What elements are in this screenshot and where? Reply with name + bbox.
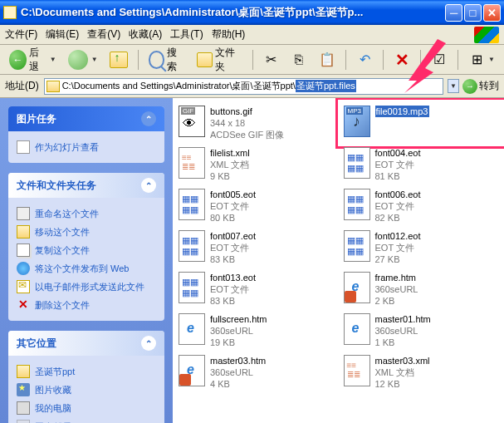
file-item[interactable]: frame.htm360seURL2 KB bbox=[341, 269, 502, 309]
file-item[interactable]: font013.eotEOT 文件83 KB bbox=[176, 269, 336, 309]
sidebar-panel-filetasks: 文件和文件夹任务 ⌃ 重命名这个文件 移动这个文件 复制这个文件 将这个文件发布… bbox=[8, 173, 164, 321]
sidebar-item-pictures[interactable]: 图片收藏 bbox=[17, 381, 156, 399]
menu-edit[interactable]: 编辑(E) bbox=[46, 27, 79, 42]
sidebar-item-copy[interactable]: 复制这个文件 bbox=[17, 241, 156, 259]
file-info: font005.eotEOT 文件80 KB bbox=[210, 189, 256, 224]
panel-header[interactable]: 图片任务 ⌃ bbox=[8, 106, 164, 131]
file-item[interactable]: font006.eotEOT 文件82 KB bbox=[341, 186, 502, 226]
file-info: font006.eotEOT 文件82 KB bbox=[375, 189, 421, 224]
menu-tools[interactable]: 工具(T) bbox=[170, 27, 203, 42]
menu-fav[interactable]: 收藏(A) bbox=[129, 27, 162, 42]
file-meta: 12 KB bbox=[375, 378, 430, 390]
undo-button[interactable]: ↶ bbox=[352, 49, 377, 71]
file-item[interactable]: font005.eotEOT 文件80 KB bbox=[176, 186, 336, 226]
sidebar-item-email[interactable]: 以电子邮件形式发送此文件 bbox=[17, 278, 156, 296]
sidebar-item-publish[interactable]: 将这个文件发布到 Web bbox=[17, 259, 156, 278]
file-item[interactable]: font007.eotEOT 文件83 KB bbox=[176, 228, 336, 268]
paste-button[interactable]: 📋 bbox=[315, 49, 340, 71]
sidebar-panel-other: 其它位置 ⌃ 圣诞节ppt 图片收藏 我的电脑 网上邻居 bbox=[8, 331, 164, 423]
sidebar-item-slideshow[interactable]: 作为幻灯片查看 bbox=[17, 138, 156, 156]
properties-icon: ☑ bbox=[431, 52, 448, 68]
file-item[interactable]: fullscreen.htm360seURL19 KB bbox=[176, 311, 336, 351]
file-meta: EOT 文件 bbox=[375, 242, 421, 253]
address-input[interactable]: C:\Documents and Settings\Administrator\… bbox=[44, 78, 443, 95]
scissors-icon: ✂ bbox=[262, 52, 279, 68]
file-meta: 82 KB bbox=[375, 212, 421, 224]
search-button[interactable]: 搜索 bbox=[144, 43, 189, 76]
undo-icon: ↶ bbox=[356, 52, 373, 68]
folders-button[interactable]: 文件夹 bbox=[193, 43, 247, 76]
cut-button[interactable]: ✂ bbox=[258, 49, 283, 71]
panel-header[interactable]: 文件和文件夹任务 ⌃ bbox=[8, 173, 164, 198]
views-button[interactable]: ⊞▼ bbox=[464, 49, 499, 71]
sidebar-item-label: 移动这个文件 bbox=[35, 226, 90, 239]
file-type-icon bbox=[344, 189, 370, 220]
separator bbox=[252, 50, 253, 70]
move-icon bbox=[17, 225, 30, 239]
file-type-icon bbox=[179, 230, 205, 262]
file-type-icon bbox=[179, 355, 205, 386]
copy-icon: ⎘ bbox=[291, 52, 307, 68]
sidebar-item-network[interactable]: 网上邻居 bbox=[17, 417, 156, 423]
file-meta: EOT 文件 bbox=[210, 283, 256, 295]
go-label: 转到 bbox=[479, 79, 499, 93]
file-name: file0019.mp3 bbox=[375, 106, 429, 117]
panel-header[interactable]: 其它位置 ⌃ bbox=[8, 331, 164, 356]
menu-view[interactable]: 查看(V) bbox=[87, 27, 120, 42]
sidebar-item-label: 圣诞节ppt bbox=[35, 366, 75, 378]
file-meta: 360seURL bbox=[375, 325, 431, 337]
file-meta: 1 KB bbox=[375, 337, 431, 348]
close-button[interactable]: ✕ bbox=[483, 4, 501, 22]
chevron-down-icon[interactable]: ▼ bbox=[448, 79, 459, 93]
file-info: fullscreen.htm360seURL19 KB bbox=[210, 313, 267, 348]
file-item[interactable]: font004.eotEOT 文件81 KB bbox=[341, 145, 502, 184]
file-type-icon bbox=[344, 106, 370, 137]
file-meta: 83 KB bbox=[210, 295, 256, 307]
chevron-down-icon: ▼ bbox=[50, 56, 56, 63]
folder-icon bbox=[197, 52, 213, 67]
delete-icon: ✕ bbox=[17, 298, 30, 312]
back-button[interactable]: ← 后退 ▼ bbox=[5, 43, 61, 76]
file-name: font006.eot bbox=[375, 189, 421, 200]
menu-help[interactable]: 帮助(H) bbox=[212, 27, 246, 42]
file-item[interactable]: filelist.xmlXML 文档9 KB bbox=[176, 145, 336, 184]
properties-button[interactable]: ☑ bbox=[427, 49, 452, 71]
file-list[interactable]: buttons.gif344 x 18ACDSee GIF 图像file0019… bbox=[173, 98, 504, 423]
sidebar-item-parent-folder[interactable]: 圣诞节ppt bbox=[17, 362, 156, 381]
separator bbox=[138, 50, 139, 70]
file-item[interactable]: file0019.mp3 bbox=[341, 103, 502, 143]
file-meta: 19 KB bbox=[210, 337, 267, 348]
search-icon bbox=[149, 51, 165, 69]
views-icon: ⊞ bbox=[468, 52, 485, 68]
sidebar-item-delete[interactable]: ✕删除这个文件 bbox=[17, 296, 156, 314]
sidebar-item-rename[interactable]: 重命名这个文件 bbox=[17, 204, 156, 223]
copy-button[interactable]: ⎘ bbox=[286, 49, 311, 71]
sidebar-item-label: 网上邻居 bbox=[35, 421, 71, 424]
sidebar-item-move[interactable]: 移动这个文件 bbox=[17, 223, 156, 241]
file-meta: 360seURL bbox=[375, 283, 418, 295]
minimize-button[interactable]: ─ bbox=[445, 4, 462, 22]
file-type-icon bbox=[179, 147, 205, 179]
file-type-icon bbox=[179, 313, 205, 345]
file-item[interactable]: buttons.gif344 x 18ACDSee GIF 图像 bbox=[176, 103, 336, 143]
file-type-icon bbox=[179, 106, 205, 137]
sidebar-item-computer[interactable]: 我的电脑 bbox=[17, 399, 156, 417]
network-icon bbox=[17, 420, 30, 423]
delete-button[interactable]: ✕ bbox=[389, 49, 414, 71]
maximize-button[interactable]: □ bbox=[464, 4, 482, 22]
file-item[interactable]: master03.htm360seURL4 KB bbox=[176, 352, 336, 392]
titlebar[interactable]: C:\Documents and Settings\Administrator\… bbox=[0, 0, 504, 25]
file-info: buttons.gif344 x 18ACDSee GIF 图像 bbox=[210, 106, 284, 140]
sidebar-item-label: 删除这个文件 bbox=[35, 299, 90, 312]
file-item[interactable]: master03.xmlXML 文档12 KB bbox=[341, 352, 502, 392]
go-button[interactable]: → 转到 bbox=[462, 79, 499, 94]
file-type-icon bbox=[344, 272, 370, 303]
forward-button[interactable]: ▼ bbox=[64, 47, 102, 72]
file-item[interactable]: font012.eotEOT 文件27 KB bbox=[341, 228, 502, 268]
file-item[interactable]: master01.htm360seURL1 KB bbox=[341, 311, 502, 351]
up-button[interactable] bbox=[105, 49, 132, 71]
file-meta: 83 KB bbox=[210, 253, 256, 265]
file-name: master03.htm bbox=[210, 355, 266, 366]
menu-file[interactable]: 文件(F) bbox=[5, 27, 37, 42]
menubar: 文件(F) 编辑(E) 查看(V) 收藏(A) 工具(T) 帮助(H) bbox=[0, 25, 504, 45]
